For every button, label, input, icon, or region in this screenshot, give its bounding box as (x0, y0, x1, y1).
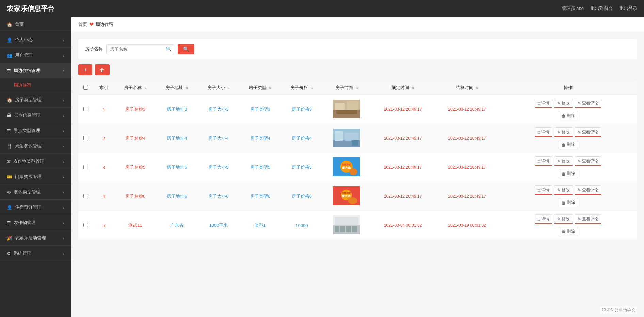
edit-button[interactable]: ✎ 修改 (554, 99, 573, 108)
data-table: 索引 房子名称 ⇅ 房子地址 ⇅ 房子大小 (78, 80, 637, 240)
chevron-lodging-reserve: ∨ (62, 205, 65, 210)
table-row: 4 房子名称6 房子地址6 房子大小6 房子类型6 房子价格6 全托来价 赚大钱… (78, 182, 637, 211)
sidebar-item-farm[interactable]: ☰ 农作物管理 ∨ (0, 215, 71, 230)
btn-front[interactable]: 退出到前台 (591, 5, 613, 12)
sort-book-time-icon[interactable]: ⇅ (412, 86, 414, 90)
row-select-checkbox[interactable] (83, 165, 88, 169)
sidebar-item-user[interactable]: 👥 用户管理 ∨ (0, 48, 71, 63)
svg-rect-25 (352, 226, 357, 232)
user-icon: 👥 (7, 53, 12, 58)
breadcrumb: 首页 ❤ 周边住宿 (71, 17, 644, 32)
row-ops: □ 详情 ✎ 修改 ✎ 查看评论 🗑 删除 (499, 153, 637, 182)
detail-icon: □ (538, 217, 540, 222)
review-button[interactable]: ✎ 查看评论 (575, 156, 601, 166)
sort-name-icon[interactable]: ⇅ (144, 86, 147, 90)
detail-icon: □ (538, 101, 540, 106)
breadcrumb-home[interactable]: 首页 (78, 21, 87, 28)
sidebar-item-scenic-info[interactable]: 🏔 景点信息管理 ∨ (0, 108, 71, 123)
sidebar-item-home[interactable]: 🏠 首页 (0, 17, 71, 32)
chevron-dining-type: ∨ (62, 190, 65, 194)
personal-icon: 👤 (7, 37, 12, 43)
review-button[interactable]: ✎ 查看评论 (575, 99, 601, 108)
sidebar-item-lodging-reserve[interactable]: 👤 住宿预订管理 ∨ (0, 200, 71, 215)
table-row: 1 房子名称3 房子地址3 房子大小3 房子类型3 房子价格3 2021-03-… (78, 95, 637, 124)
table-row: 3 房子名称5 房子地址5 房子大小5 房子类型5 房子价格5 全托来价 赚大钱… (78, 153, 637, 182)
btn-logout[interactable]: 退出登录 (619, 5, 637, 12)
sidebar-item-scenic-type[interactable]: ☰ 景点类型管理 ∨ (0, 123, 71, 138)
review-button[interactable]: ✎ 查看评论 (575, 214, 601, 224)
review-button[interactable]: ✎ 查看评论 (575, 127, 601, 137)
sort-size-icon[interactable]: ⇅ (227, 86, 230, 90)
row-select-checkbox[interactable] (83, 223, 88, 227)
delete-button[interactable]: 🗑 删除 (559, 169, 578, 178)
sidebar-item-system[interactable]: ⚙ 系统管理 ∨ (0, 246, 71, 261)
row-select-checkbox[interactable] (83, 194, 88, 198)
sidebar-label-activity: 农家乐活动管理 (15, 235, 46, 241)
sidebar-item-nearby-dining[interactable]: 🍴 周边餐饮管理 ∨ (0, 138, 71, 154)
sort-price-icon[interactable]: ⇅ (310, 86, 313, 90)
sidebar-label-system: 系统管理 (14, 250, 31, 256)
chevron-farm-type: ∨ (62, 159, 65, 164)
sidebar-item-farm-type[interactable]: ✉ 农作物类型管理 ∨ (0, 154, 71, 169)
trash-icon: 🗑 (562, 229, 566, 234)
row-book-time: 2021-03-12 20:49:17 (371, 153, 435, 182)
delete-button[interactable]: 🗑 删除 (559, 198, 578, 207)
system-icon: ⚙ (7, 251, 11, 256)
sidebar-label-scenic-info: 景点信息管理 (14, 112, 41, 118)
batch-delete-button[interactable]: 🗑 (95, 64, 110, 75)
edit-button[interactable]: ✎ 修改 (554, 127, 573, 137)
edit-button[interactable]: ✎ 修改 (554, 156, 573, 166)
row-name: 房子名称3 (114, 95, 156, 124)
select-all-checkbox[interactable] (83, 85, 88, 90)
detail-button[interactable]: □ 详情 (535, 156, 552, 166)
edit-icon: ✎ (557, 217, 561, 222)
row-select-checkbox[interactable] (83, 107, 88, 111)
sidebar-subitem-nearby-lodging[interactable]: 周边住宿 (0, 78, 71, 92)
chevron-user: ∨ (62, 53, 65, 58)
svg-rect-3 (347, 101, 358, 110)
detail-button[interactable]: □ 详情 (535, 185, 552, 195)
detail-icon: □ (538, 188, 540, 193)
row-name: 房子名称6 (114, 182, 156, 211)
sort-type-icon[interactable]: ⇅ (269, 86, 271, 90)
row-settle-time: 2021-03-12 20:49:17 (435, 95, 499, 124)
sidebar-item-dining-type[interactable]: 🍽 餐饮类型管理 ∨ (0, 184, 71, 200)
detail-button[interactable]: □ 详情 (535, 99, 552, 108)
sidebar-item-personal[interactable]: 👤 个人中心 ∨ (0, 32, 71, 48)
row-select-checkbox[interactable] (83, 136, 88, 140)
sort-settle-time-icon[interactable]: ⇅ (476, 86, 478, 90)
add-button[interactable]: + (78, 64, 92, 75)
layout: 🏠 首页 👤 个人中心 ∨ 👥 用户管理 ∨ ☰ 周边住宿管理 (0, 17, 644, 317)
edit-button[interactable]: ✎ 修改 (554, 185, 573, 195)
table-row: 2 房子名称4 房子地址4 房子大小4 房子类型4 房子价格4 2021-03-… (78, 124, 637, 153)
delete-button[interactable]: 🗑 删除 (559, 227, 578, 236)
sidebar-label-farm-type: 农作物类型管理 (13, 158, 44, 164)
review-button[interactable]: ✎ 查看评论 (575, 185, 601, 195)
search-input[interactable] (106, 44, 174, 54)
delete-button[interactable]: 🗑 删除 (559, 140, 578, 149)
chevron-activity: ∨ (62, 236, 65, 240)
sidebar-item-room-type[interactable]: 🏠 房子类型管理 ∨ (0, 92, 71, 108)
delete-button[interactable]: 🗑 删除 (559, 111, 578, 120)
detail-button[interactable]: □ 详情 (535, 127, 552, 137)
search-input-wrap: 🔍 (106, 44, 174, 54)
sort-address-icon[interactable]: ⇅ (186, 86, 188, 90)
row-book-time: 2021-03-04 00:01:02 (371, 211, 435, 240)
sort-cover-icon[interactable]: ⇅ (355, 86, 358, 90)
sidebar-label-personal: 个人中心 (15, 37, 33, 43)
scenic-info-icon: 🏔 (7, 113, 11, 118)
table-row: 5 测试11 广东省 1000平米 类型1 10000 2021-03-04 0… (78, 211, 637, 240)
sidebar-item-activity[interactable]: 🎉 农家乐活动管理 ∨ (0, 230, 71, 246)
svg-point-19 (348, 197, 357, 204)
home-icon: 🏠 (7, 22, 12, 27)
search-bar: 房子名称 🔍 🔍 (78, 39, 637, 59)
row-cover (322, 211, 371, 240)
app-title: 农家乐信息平台 (7, 4, 54, 13)
sidebar-item-nearby-lodging-mgmt[interactable]: ☰ 周边住宿管理 ∧ (0, 63, 71, 78)
detail-button[interactable]: □ 详情 (535, 214, 552, 224)
table-wrap: 索引 房子名称 ⇅ 房子地址 ⇅ 房子大小 (78, 80, 637, 240)
sidebar-item-ticket[interactable]: 🎫 门票购买管理 ∨ (0, 169, 71, 184)
edit-button[interactable]: ✎ 修改 (554, 214, 573, 224)
search-button[interactable]: 🔍 (178, 44, 194, 54)
svg-text:全托来价: 全托来价 (341, 163, 352, 166)
